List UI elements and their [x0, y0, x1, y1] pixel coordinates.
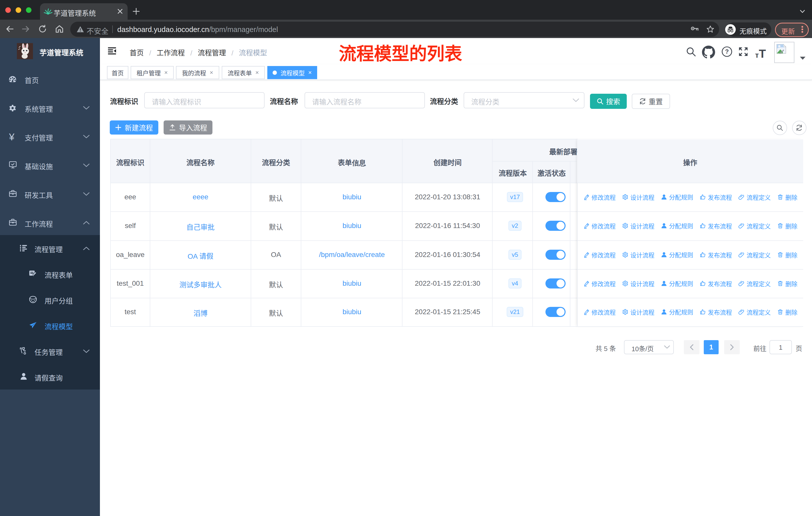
- svg-text:?: ?: [725, 48, 729, 55]
